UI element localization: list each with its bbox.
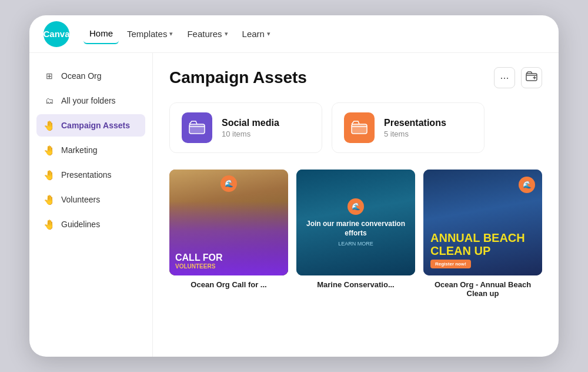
sidebar-item-presentations[interactable]: 🤚 Presentations [36, 164, 145, 186]
chevron-down-icon: ▾ [169, 30, 173, 38]
nav-features[interactable]: Features ▾ [181, 24, 233, 44]
hand-icon: 🤚 [44, 119, 55, 131]
sidebar-item-guidelines[interactable]: 🤚 Guidelines [36, 213, 145, 235]
hand-icon: 🤚 [44, 194, 55, 205]
thumb3-content: 🌊 ANNUAL BEACH CLEAN UP Register now! [423, 170, 542, 275]
design-label-beach: Ocean Org - Annual Beach Clean up [423, 280, 542, 298]
chevron-down-icon: ▾ [225, 30, 228, 38]
thumb2-title: Join our marine convervation efforts [303, 220, 408, 238]
main-content: Campaign Assets ··· [153, 53, 559, 357]
sidebar-item-all-folders[interactable]: 🗂 All your folders [36, 89, 145, 112]
svg-rect-0 [526, 74, 537, 81]
folder-card-name-presentations: Presentations [384, 118, 446, 128]
brand-logo-thumb3: 🌊 [519, 177, 535, 193]
chevron-down-icon: ▾ [267, 30, 270, 38]
hand-icon: 🤚 [44, 218, 55, 230]
sidebar-item-marketing[interactable]: 🤚 Marketing [36, 139, 145, 161]
thumb3-title: ANNUAL BEACH CLEAN UP [430, 231, 535, 257]
folder-card-social-media[interactable]: Social media 10 items [169, 102, 322, 153]
thumb1-overlay: CALL FOR VOLUNTEERS [169, 201, 288, 275]
sidebar-item-campaign-assets[interactable]: 🤚 Campaign Assets [36, 114, 145, 137]
design-item-volunteers[interactable]: 🌊 CALL FOR VOLUNTEERS Ocean Org Call for… [169, 170, 288, 298]
top-nav: Canva Home Templates ▾ Features ▾ Learn … [29, 15, 559, 53]
folder-card-icon-social [182, 112, 212, 143]
brand-logo-thumb2: 🌊 [348, 198, 364, 215]
folder-card-icon-presentations [344, 112, 375, 143]
svg-rect-2 [352, 124, 367, 134]
folder-card-count-social: 10 items [222, 129, 279, 138]
folder-icon: 🗂 [44, 95, 55, 107]
nav-templates[interactable]: Templates ▾ [121, 24, 179, 44]
design-thumb-marine: 🌊 Join our marine convervation efforts L… [296, 170, 415, 275]
ellipsis-icon: ··· [500, 72, 509, 84]
sidebar-item-volunteers[interactable]: 🤚 Volunteers [36, 188, 145, 211]
designs-grid: 🌊 CALL FOR VOLUNTEERS Ocean Org Call for… [169, 170, 542, 298]
design-item-beach[interactable]: 🌊 ANNUAL BEACH CLEAN UP Register now! Oc… [423, 170, 542, 298]
sidebar-item-ocean-org[interactable]: ⊞ Ocean Org [36, 65, 145, 87]
header-actions: ··· [494, 67, 542, 88]
folder-card-info-presentations: Presentations 5 items [384, 118, 446, 138]
hand-icon: 🤚 [44, 144, 55, 156]
nav-learn[interactable]: Learn ▾ [236, 24, 276, 44]
folder-card-info-social: Social media 10 items [222, 118, 279, 138]
thumb2-content: 🌊 Join our marine convervation efforts L… [296, 170, 415, 275]
folder-card-name-social: Social media [222, 118, 279, 128]
thumb1-title: CALL FOR [175, 253, 282, 263]
device-frame: Canva Home Templates ▾ Features ▾ Learn … [29, 15, 559, 357]
nav-links: Home Templates ▾ Features ▾ Learn ▾ [83, 24, 276, 44]
add-folder-button[interactable] [521, 67, 542, 88]
nav-home[interactable]: Home [83, 24, 119, 44]
svg-rect-1 [189, 124, 205, 134]
hand-icon: 🤚 [44, 169, 55, 181]
design-thumb-beach: 🌊 ANNUAL BEACH CLEAN UP Register now! [423, 170, 542, 275]
design-thumb-volunteers: 🌊 CALL FOR VOLUNTEERS [169, 170, 288, 275]
folder-card-presentations[interactable]: Presentations 5 items [332, 102, 485, 153]
page-title: Campaign Assets [169, 68, 307, 87]
main-area: ⊞ Ocean Org 🗂 All your folders 🤚 Campaig… [29, 53, 559, 357]
thumb2-subtitle: LEARN MORE [338, 241, 373, 247]
content-header: Campaign Assets ··· [169, 67, 542, 88]
design-label-marine: Marine Conservatio... [296, 280, 415, 289]
thumb3-cta: Register now! [430, 260, 471, 268]
sidebar: ⊞ Ocean Org 🗂 All your folders 🤚 Campaig… [29, 53, 153, 357]
folder-cards: Social media 10 items Presentations [169, 102, 542, 153]
org-icon: ⊞ [44, 70, 55, 82]
thumb1-subtitle: VOLUNTEERS [175, 263, 282, 270]
brand-logo-thumb1: 🌊 [220, 175, 237, 192]
more-options-button[interactable]: ··· [494, 67, 515, 88]
design-item-marine[interactable]: 🌊 Join our marine convervation efforts L… [296, 170, 415, 298]
folder-card-count-presentations: 5 items [384, 129, 446, 138]
design-label-volunteers: Ocean Org Call for ... [169, 280, 288, 289]
canva-logo[interactable]: Canva [44, 21, 69, 47]
add-folder-icon [526, 71, 537, 85]
